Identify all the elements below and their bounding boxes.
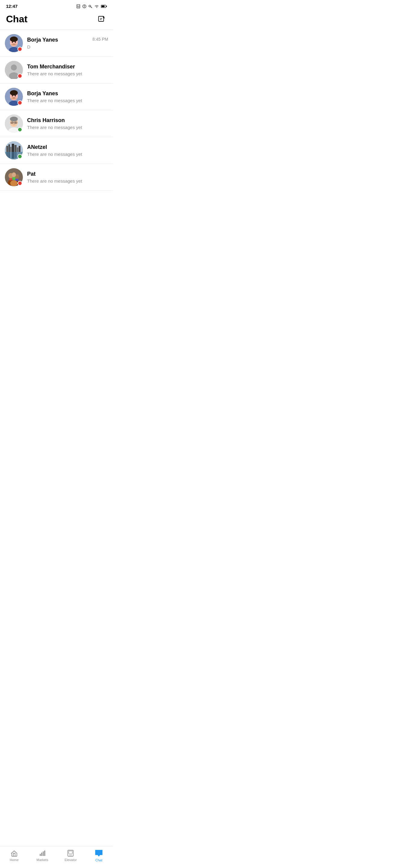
contact-name: Tom Merchandiser bbox=[27, 64, 75, 70]
svg-rect-72 bbox=[69, 851, 72, 854]
tab-home[interactable]: Home bbox=[0, 849, 28, 862]
list-item[interactable]: Borja Yanes There are no messages yet bbox=[0, 84, 113, 110]
chat-header: Chat bbox=[0, 11, 113, 30]
svg-rect-52 bbox=[19, 146, 21, 152]
svg-rect-46 bbox=[6, 146, 8, 152]
key-icon bbox=[88, 4, 93, 8]
chat-header-row: Chris Harrison bbox=[27, 117, 108, 125]
contact-name: ANetzel bbox=[27, 144, 47, 150]
svg-rect-49 bbox=[12, 144, 14, 152]
svg-rect-64 bbox=[9, 178, 12, 181]
svg-rect-53 bbox=[6, 152, 8, 157]
home-icon bbox=[10, 849, 18, 857]
svg-rect-2 bbox=[78, 6, 79, 6]
tab-elevator[interactable]: Elevator bbox=[57, 849, 85, 862]
contact-name: Borja Yanes bbox=[27, 90, 58, 97]
message-time: 8:45 PM bbox=[93, 37, 108, 41]
message-preview: There are no messages yet bbox=[27, 98, 108, 103]
svg-rect-50 bbox=[14, 145, 17, 152]
elevator-icon bbox=[67, 849, 74, 857]
tab-elevator-label: Elevator bbox=[64, 858, 76, 862]
chat-info: ANetzel There are no messages yet bbox=[27, 144, 108, 157]
avatar-wrap bbox=[5, 34, 23, 52]
chat-header-row: Borja Yanes bbox=[27, 90, 108, 98]
svg-point-21 bbox=[12, 41, 13, 43]
svg-point-41 bbox=[12, 122, 13, 123]
list-item[interactable]: Tom Merchandiser There are no messages y… bbox=[0, 57, 113, 84]
tab-bar: Home Markets Elevator Chat bbox=[0, 846, 113, 868]
avatar-wrap bbox=[5, 168, 23, 186]
chat-info: Tom Merchandiser There are no messages y… bbox=[27, 64, 108, 76]
svg-rect-66 bbox=[12, 177, 15, 180]
page-title: Chat bbox=[6, 13, 27, 25]
avatar-wrap bbox=[5, 88, 23, 106]
svg-rect-0 bbox=[77, 4, 80, 8]
contact-name: Borja Yanes bbox=[27, 37, 58, 43]
svg-point-32 bbox=[15, 95, 16, 96]
svg-rect-51 bbox=[17, 147, 19, 152]
status-time: 12:47 bbox=[6, 4, 18, 9]
chat-header-row: Tom Merchandiser bbox=[27, 64, 108, 71]
compose-button[interactable] bbox=[96, 14, 107, 25]
list-item[interactable]: ANetzel There are no messages yet bbox=[0, 137, 113, 164]
sim-icon bbox=[76, 4, 81, 8]
svg-rect-68 bbox=[41, 852, 42, 856]
wifi-icon bbox=[94, 4, 99, 8]
compose-icon bbox=[98, 16, 105, 23]
svg-rect-12 bbox=[106, 6, 107, 7]
svg-rect-56 bbox=[14, 152, 17, 158]
tab-markets[interactable]: Markets bbox=[28, 849, 57, 862]
message-preview: There are no messages yet bbox=[27, 152, 108, 157]
message-preview: There are no messages yet bbox=[27, 179, 108, 184]
svg-rect-65 bbox=[15, 179, 19, 181]
svg-rect-54 bbox=[8, 152, 10, 158]
svg-rect-48 bbox=[10, 147, 11, 152]
svg-point-19 bbox=[10, 36, 18, 42]
svg-marker-5 bbox=[84, 5, 85, 6]
chat-header-row: ANetzel bbox=[27, 144, 108, 152]
svg-rect-55 bbox=[12, 152, 14, 158]
svg-point-22 bbox=[15, 41, 16, 43]
message-preview: There are no messages yet bbox=[27, 71, 108, 76]
svg-rect-1 bbox=[77, 6, 78, 6]
chat-info: Borja Yanes 8:45 PM D bbox=[27, 37, 108, 50]
svg-rect-69 bbox=[43, 851, 44, 856]
contact-name: Chris Harrison bbox=[27, 117, 65, 124]
status-icons bbox=[76, 4, 107, 8]
location-icon bbox=[82, 4, 87, 8]
chat-icon bbox=[95, 849, 103, 857]
list-item[interactable]: Borja Yanes 8:45 PM D bbox=[0, 30, 113, 57]
avatar-wrap bbox=[5, 141, 23, 159]
message-preview: There are no messages yet bbox=[27, 125, 108, 130]
main-content: Borja Yanes 8:45 PM D bbox=[0, 30, 113, 215]
chat-info: Borja Yanes There are no messages yet bbox=[27, 90, 108, 103]
tab-chat-label: Chat bbox=[96, 858, 102, 862]
svg-rect-70 bbox=[44, 850, 45, 856]
svg-point-31 bbox=[12, 95, 13, 96]
svg-point-37 bbox=[10, 117, 18, 121]
contact-name: Pat bbox=[27, 171, 36, 177]
status-dot bbox=[18, 127, 22, 132]
tab-chat[interactable]: Chat bbox=[85, 849, 113, 862]
status-dot bbox=[18, 73, 22, 79]
chat-header-row: Borja Yanes 8:45 PM bbox=[27, 37, 108, 44]
svg-rect-11 bbox=[101, 5, 104, 7]
svg-point-60 bbox=[12, 173, 16, 177]
svg-line-8 bbox=[91, 7, 92, 8]
svg-point-42 bbox=[15, 122, 16, 123]
svg-rect-67 bbox=[40, 854, 41, 856]
status-bar: 12:47 bbox=[0, 0, 113, 11]
list-item[interactable]: Pat There are no messages yet bbox=[0, 164, 113, 191]
svg-marker-6 bbox=[84, 6, 85, 8]
status-dot bbox=[18, 100, 22, 105]
tab-home-label: Home bbox=[10, 858, 19, 862]
avatar-wrap bbox=[5, 115, 23, 133]
svg-point-29 bbox=[10, 90, 18, 96]
chat-info: Pat There are no messages yet bbox=[27, 171, 108, 184]
svg-point-25 bbox=[11, 64, 17, 70]
tab-markets-label: Markets bbox=[36, 858, 48, 862]
chat-list: Borja Yanes 8:45 PM D bbox=[0, 30, 113, 191]
chat-header-row: Pat bbox=[27, 171, 108, 179]
list-item[interactable]: Chris Harrison There are no messages yet bbox=[0, 110, 113, 137]
svg-rect-47 bbox=[8, 144, 10, 152]
